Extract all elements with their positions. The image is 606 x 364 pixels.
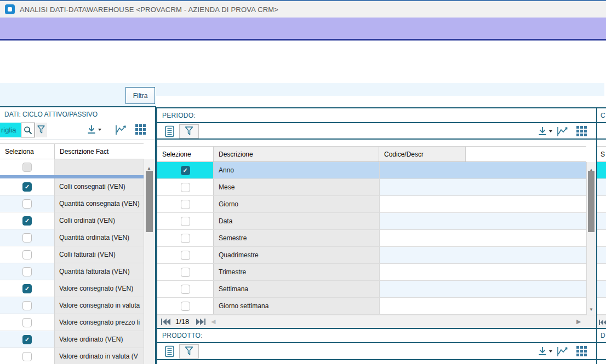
- chart-icon[interactable]: [556, 345, 569, 359]
- chart-icon[interactable]: [556, 125, 569, 138]
- table-row[interactable]: [597, 247, 606, 264]
- row-checkbox[interactable]: [181, 251, 190, 260]
- table-row[interactable]: Colli consegnati (VEN): [0, 178, 144, 195]
- table-row[interactable]: Valore ordinato in valuta (V: [0, 348, 144, 364]
- table-row[interactable]: [597, 298, 606, 315]
- filter-funnel-icon[interactable]: [179, 124, 199, 138]
- row-checkbox[interactable]: [22, 352, 32, 361]
- row-checkbox[interactable]: [181, 268, 190, 277]
- codice-cell: [380, 179, 466, 195]
- first-page-icon[interactable]: [161, 319, 171, 325]
- table-row[interactable]: Giorno: [157, 196, 586, 213]
- list-form-icon[interactable]: [164, 125, 176, 138]
- periodo-section-title: PERIODO:: [157, 107, 596, 123]
- grid-view-icon[interactable]: [576, 346, 588, 357]
- table-row[interactable]: Mese: [157, 179, 586, 196]
- column-header-selezione[interactable]: Selezione: [157, 147, 214, 161]
- table-row[interactable]: [597, 230, 606, 247]
- column-header-empty[interactable]: [466, 147, 586, 161]
- table-row[interactable]: Valore consegnato prezzo li: [0, 314, 144, 331]
- row-checkbox[interactable]: [22, 318, 32, 327]
- scroll-right-icon[interactable]: ▶: [576, 318, 581, 325]
- row-checkbox[interactable]: [22, 250, 32, 259]
- left-table-filter-row: [0, 159, 144, 175]
- periodo-scrollbar-thumb[interactable]: [588, 171, 594, 232]
- table-row[interactable]: Trimestre: [157, 264, 586, 281]
- dati-section-title: DATI: CICLO ATTIVO/PASSIVO: [0, 107, 155, 122]
- row-checkbox[interactable]: [22, 216, 32, 226]
- description-field[interactable]: [86, 83, 604, 96]
- search-input[interactable]: riglia: [0, 123, 21, 137]
- codice-cell: [380, 264, 466, 280]
- column-header-descrizione-fact[interactable]: Descrizione Fact: [55, 144, 144, 159]
- table-row[interactable]: Valore ordinato (VEN): [0, 331, 144, 348]
- download-icon[interactable]: [537, 125, 553, 138]
- grid-view-icon[interactable]: [576, 126, 588, 137]
- table-row[interactable]: Anno: [157, 162, 586, 179]
- table-row[interactable]: Valore consegnato (VEN): [0, 280, 144, 297]
- list-form-icon[interactable]: [164, 345, 176, 358]
- row-checkbox[interactable]: [181, 234, 190, 243]
- column-header-descrizione[interactable]: Descrizione: [214, 147, 379, 161]
- row-label: Giorno settimana: [214, 298, 380, 314]
- row-checkbox[interactable]: [181, 285, 190, 294]
- column-header-codice-descr[interactable]: Codice/Descr: [379, 147, 466, 161]
- table-row[interactable]: [597, 281, 606, 298]
- row-checkbox[interactable]: [22, 267, 32, 276]
- table-row[interactable]: Colli fatturati (VEN): [0, 246, 144, 263]
- prodotto-section-title: PRODOTTO:: [157, 329, 596, 343]
- download-icon[interactable]: [86, 124, 102, 137]
- select-cell: [0, 280, 55, 297]
- row-checkbox[interactable]: [22, 301, 32, 310]
- scroll-left-icon[interactable]: ◀: [211, 318, 215, 325]
- row-label: Colli fatturati (VEN): [55, 246, 144, 263]
- select-cell: [0, 314, 55, 331]
- scrollbar-down-icon[interactable]: ▼: [589, 308, 593, 312]
- table-row[interactable]: Quadrimestre: [157, 247, 586, 264]
- row-checkbox[interactable]: [181, 200, 190, 209]
- row-label: Mese: [214, 179, 380, 195]
- empty-cell: [466, 179, 586, 195]
- table-row[interactable]: Quantità consegnata (VEN): [0, 195, 144, 212]
- row-label: Trimestre: [214, 264, 380, 280]
- search-icon[interactable]: [21, 123, 35, 137]
- table-row[interactable]: Colli ordinati (VEN): [0, 212, 144, 229]
- row-checkbox[interactable]: [181, 183, 190, 192]
- download-icon[interactable]: [537, 345, 553, 359]
- chart-icon[interactable]: [115, 124, 128, 137]
- row-checkbox[interactable]: [22, 233, 32, 242]
- table-row[interactable]: Valore consegnato in valuta: [0, 297, 144, 314]
- scrollbar-up-icon[interactable]: ▲: [147, 166, 151, 171]
- column-header-seleziona[interactable]: Seleziona: [0, 144, 55, 159]
- table-row[interactable]: Settimana: [157, 281, 586, 298]
- filtra-button[interactable]: Filtra: [125, 87, 155, 104]
- left-scrollbar-thumb[interactable]: [146, 171, 153, 232]
- select-cell: [157, 247, 214, 263]
- table-row[interactable]: [597, 264, 606, 281]
- table-row[interactable]: Quantità fatturata (VEN): [0, 263, 144, 280]
- table-row[interactable]: [597, 179, 606, 196]
- table-row[interactable]: Semestre: [157, 230, 586, 247]
- table-row[interactable]: [597, 213, 606, 230]
- table-row-selected[interactable]: [597, 162, 606, 179]
- row-checkbox[interactable]: [22, 335, 32, 344]
- table-row[interactable]: Quantità ordinata (VEN): [0, 229, 144, 246]
- empty-cell: [466, 264, 586, 280]
- row-checkbox[interactable]: [181, 302, 190, 311]
- filter-funnel-icon[interactable]: [179, 344, 199, 359]
- table-row[interactable]: Data: [157, 213, 586, 230]
- row-checkbox[interactable]: [22, 284, 32, 293]
- row-checkbox[interactable]: [22, 182, 32, 192]
- filter-funnel-icon[interactable]: [35, 123, 47, 137]
- codice-cell: [380, 298, 466, 314]
- row-label: Quantità fatturata (VEN): [55, 263, 144, 280]
- row-checkbox[interactable]: [181, 166, 190, 175]
- grid-view-icon[interactable]: [135, 124, 147, 136]
- column-header-selezione[interactable]: S: [597, 147, 605, 161]
- last-page-icon[interactable]: [196, 319, 205, 325]
- empty-cell: [466, 247, 586, 263]
- table-row[interactable]: [597, 196, 606, 213]
- table-row[interactable]: Giorno settimana: [157, 298, 586, 315]
- row-checkbox[interactable]: [181, 217, 190, 226]
- row-checkbox[interactable]: [22, 199, 32, 209]
